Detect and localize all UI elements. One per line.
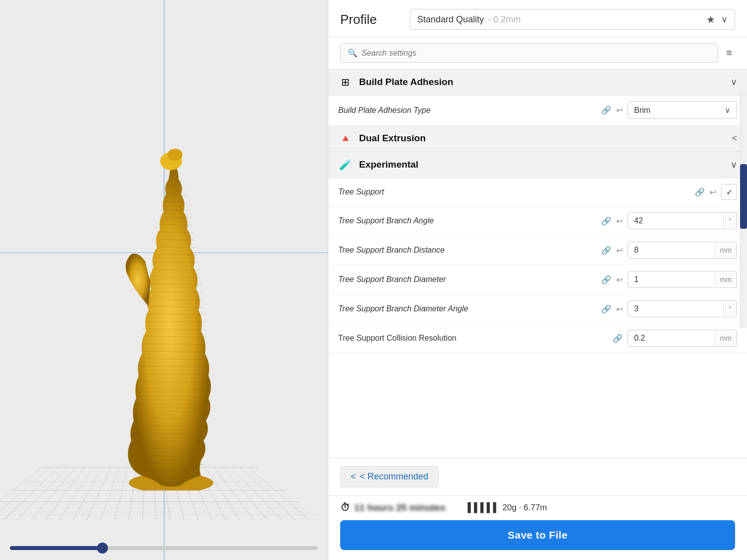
link-icon-collision-resolution[interactable]: 🔗 (613, 334, 623, 343)
section-title-experimental: Experimental (359, 159, 724, 170)
quality-sub: - 0.2mm (488, 14, 521, 25)
search-icon: 🔍 (348, 48, 358, 58)
setting-label-tree-support: Tree Support (338, 187, 690, 196)
branch-diameter-angle-input[interactable]: 3 ° (628, 300, 737, 317)
link-icon-branch-diameter-angle[interactable]: 🔗 (601, 304, 611, 314)
undo-icon-adhesion[interactable]: ↩ (616, 105, 623, 115)
material-display: ▐▐▐▐▐ 20g · 6.77m (465, 502, 547, 513)
setting-label-branch-distance: Tree Support Branch Distance (338, 246, 596, 255)
quality-name: Standard Quality (417, 14, 484, 25)
build-plate-icon: ⊞ (338, 76, 352, 88)
setting-row-collision-resolution: Tree Support Collision Resolution 🔗 0.2 … (328, 324, 747, 353)
link-icon-branch-distance[interactable]: 🔗 (601, 246, 611, 255)
adhesion-type-value: Brim (634, 106, 721, 115)
setting-label-branch-diameter-angle: Tree Support Branch Diameter Angle (338, 304, 596, 313)
link-icon-branch-diameter[interactable]: 🔗 (601, 275, 611, 284)
setting-label-branch-angle: Tree Support Branch Angle (338, 216, 596, 225)
search-input[interactable] (362, 49, 711, 58)
branch-diameter-unit: mm (715, 272, 737, 287)
statue-svg (101, 132, 241, 490)
undo-icon-branch-diameter[interactable]: ↩ (616, 275, 623, 284)
tree-support-checkbox[interactable]: ✓ (721, 184, 737, 200)
collision-resolution-input[interactable]: 0.2 mm (628, 330, 737, 347)
setting-row-branch-diameter-angle: Tree Support Branch Diameter Angle 🔗 ↩ 3… (328, 294, 747, 324)
collision-resolution-unit: mm (715, 331, 737, 346)
setting-row-branch-angle: Tree Support Branch Angle 🔗 ↩ 42 ° (328, 206, 747, 236)
link-icon-adhesion[interactable]: 🔗 (601, 105, 611, 115)
undo-icon-branch-angle[interactable]: ↩ (616, 216, 623, 226)
branch-distance-input[interactable]: 8 mm (628, 242, 737, 259)
save-to-file-button[interactable]: Save to File (340, 520, 735, 550)
material-amount: 20g · 6.77m (502, 503, 547, 512)
search-input-wrapper[interactable]: 🔍 (340, 43, 718, 63)
branch-distance-unit: mm (715, 243, 737, 258)
material-icon: ▐▐▐▐▐ (465, 502, 496, 512)
branch-distance-value: 8 (628, 242, 715, 258)
setting-label-branch-diameter: Tree Support Branch Diameter (338, 275, 596, 284)
link-icon-tree-support[interactable]: 🔗 (695, 187, 705, 197)
undo-icon-branch-distance[interactable]: ↩ (616, 246, 623, 255)
section-chevron-experimental: ∨ (731, 159, 737, 170)
branch-angle-input[interactable]: 42 ° (628, 212, 737, 229)
branch-diameter-angle-unit: ° (723, 301, 737, 316)
branch-angle-unit: ° (723, 213, 737, 228)
section-chevron-build-plate: ∨ (731, 77, 737, 88)
section-title-build-plate: Build Plate Adhesion (359, 77, 724, 88)
branch-diameter-value: 1 (628, 272, 715, 287)
profile-dropdown-icons: ★ ∨ (706, 13, 728, 25)
collision-resolution-value: 0.2 (628, 330, 715, 346)
chevron-down-icon[interactable]: ∨ (721, 14, 728, 25)
setting-row-branch-diameter: Tree Support Branch Diameter 🔗 ↩ 1 mm (328, 265, 747, 294)
recommended-chevron-icon: < (351, 471, 356, 482)
branch-angle-value: 42 (628, 213, 723, 229)
print-time: 11 hours 25 minutes (354, 502, 446, 513)
branch-diameter-input[interactable]: 1 mm (628, 271, 737, 288)
3d-model (101, 132, 241, 490)
setting-label-adhesion-type: Build Plate Adhesion Type (338, 106, 596, 115)
bottom-bar: < < Recommended ⏱ 11 hours 25 minutes ▐▐… (328, 458, 747, 560)
section-title-dual-extrusion: Dual Extrusion (359, 133, 725, 144)
scrollbar-track (740, 90, 747, 328)
dual-extrusion-icon: 🔺 (338, 132, 352, 144)
settings-list: ⊞ Build Plate Adhesion ∨ Build Plate Adh… (328, 69, 747, 458)
setting-label-collision-resolution: Tree Support Collision Resolution (338, 334, 608, 343)
recommended-button[interactable]: < < Recommended (340, 466, 439, 487)
setting-row-adhesion-type: Build Plate Adhesion Type 🔗 ↩ Brim ∨ (328, 95, 747, 125)
dropdown-chevron-adhesion: ∨ (725, 105, 731, 115)
progress-bar-fill (10, 546, 102, 550)
clock-icon: ⏱ (340, 502, 350, 513)
undo-icon-tree-support[interactable]: ↩ (710, 187, 716, 197)
menu-icon[interactable]: ≡ (723, 44, 735, 62)
branch-diameter-angle-value: 3 (628, 301, 723, 317)
search-container: 🔍 ≡ (328, 37, 747, 69)
time-display: ⏱ 11 hours 25 minutes (340, 502, 446, 513)
settings-panel: Profile Standard Quality - 0.2mm ★ ∨ 🔍 ≡… (328, 0, 747, 560)
print-info: ⏱ 11 hours 25 minutes ▐▐▐▐▐ 20g · 6.77m (328, 496, 747, 513)
scrollbar-thumb[interactable] (740, 164, 747, 229)
setting-row-tree-support: Tree Support 🔗 ↩ ✓ (328, 178, 747, 206)
recommended-label: < Recommended (360, 471, 429, 482)
section-build-plate-adhesion[interactable]: ⊞ Build Plate Adhesion ∨ (328, 69, 747, 95)
section-dual-extrusion[interactable]: 🔺 Dual Extrusion < (328, 125, 747, 152)
progress-bar[interactable] (10, 546, 318, 550)
section-chevron-dual-extrusion: < (732, 133, 737, 144)
svg-point-43 (168, 149, 183, 161)
profile-header: Profile Standard Quality - 0.2mm ★ ∨ (328, 0, 747, 37)
adhesion-type-dropdown[interactable]: Brim ∨ (628, 101, 737, 119)
link-icon-branch-angle[interactable]: 🔗 (601, 216, 611, 226)
star-icon[interactable]: ★ (706, 13, 715, 25)
3d-viewport (0, 0, 328, 560)
recommended-section: < < Recommended (328, 458, 747, 496)
setting-row-branch-distance: Tree Support Branch Distance 🔗 ↩ 8 mm (328, 236, 747, 265)
profile-quality-dropdown[interactable]: Standard Quality - 0.2mm ★ ∨ (410, 9, 735, 30)
experimental-icon: 🧪 (338, 159, 352, 171)
profile-label: Profile (340, 12, 400, 27)
undo-icon-branch-diameter-angle[interactable]: ↩ (616, 304, 623, 314)
progress-dot (97, 543, 108, 554)
section-experimental[interactable]: 🧪 Experimental ∨ (328, 152, 747, 178)
